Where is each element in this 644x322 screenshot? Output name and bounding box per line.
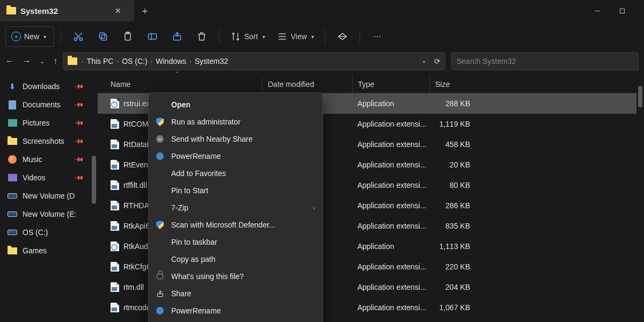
menu-item-label: Send with Nearby Share	[171, 135, 253, 143]
sort-button[interactable]: Sort ▾	[226, 26, 269, 47]
pin-icon: 📌	[74, 136, 84, 146]
sidebar-item[interactable]: Screenshots📌	[0, 132, 90, 150]
file-icon	[111, 119, 119, 129]
file-type: Application extensi...	[352, 160, 429, 169]
column-name[interactable]: Name ⌃	[111, 75, 262, 93]
sidebar-item[interactable]: Documents📌	[0, 96, 90, 114]
file-name: rtffilt.dll	[123, 181, 147, 189]
sidebar-item[interactable]: ⬇Downloads📌	[0, 77, 90, 96]
breadcrumb-seg[interactable]: OS (C:)	[122, 57, 147, 65]
menu-item-label: Share	[171, 289, 191, 298]
sidebar-item[interactable]: Pictures📌	[0, 114, 90, 132]
breadcrumb[interactable]: › This PC › OS (C:) › Windows › System32…	[63, 52, 445, 70]
copy-button[interactable]	[92, 26, 114, 47]
history-chevron-icon[interactable]: ⌄	[40, 58, 45, 65]
sidebar-item-label: Screenshots	[23, 137, 64, 145]
search-input[interactable]	[457, 57, 633, 65]
menu-item-label: Add to Favorites	[171, 169, 226, 178]
breadcrumb-seg[interactable]: System32	[195, 57, 228, 65]
column-header-row: Name ⌃ Date modified Type Size	[98, 75, 636, 93]
search-box[interactable]	[451, 52, 639, 70]
delete-button[interactable]	[191, 26, 213, 47]
content: ⬇Downloads📌Documents📌Pictures📌Screenshot…	[0, 75, 644, 322]
sidebar-item[interactable]: Games	[0, 241, 90, 260]
context-menu-item[interactable]: Pin to Start	[149, 182, 323, 199]
context-menu-item[interactable]: Share	[149, 285, 323, 302]
sidebar-icon	[8, 100, 17, 109]
chevron-right-icon: ›	[189, 58, 192, 64]
extra-button[interactable]	[332, 26, 353, 47]
column-size[interactable]: Size	[429, 75, 475, 93]
more-button[interactable]: ⋯	[367, 26, 388, 47]
new-tab-button[interactable]: ＋	[134, 4, 156, 17]
close-button[interactable]	[634, 0, 644, 21]
sidebar-icon	[8, 136, 17, 146]
scroll-thumb[interactable]	[92, 156, 96, 204]
file-size: 1,113 KB	[429, 242, 475, 251]
file-scrollbar[interactable]	[636, 75, 644, 322]
sidebar-icon	[8, 246, 17, 255]
context-menu-item[interactable]: Add to Favorites	[149, 165, 323, 182]
context-menu-item[interactable]: PowerRename	[149, 148, 323, 165]
close-tab-icon[interactable]: ✕	[113, 4, 123, 17]
context-menu-item[interactable]: 7-Zip›	[149, 199, 323, 216]
share-button[interactable]	[166, 26, 188, 47]
context-menu-item[interactable]: What's using this file?	[149, 268, 323, 285]
context-menu-item[interactable]: Pin to taskbar	[149, 233, 323, 251]
sidebar-item[interactable]: Music📌	[0, 150, 90, 169]
sidebar-item-label: Music	[23, 155, 42, 164]
file-type: Application extensi...	[352, 181, 429, 189]
context-menu-item[interactable]: Run as administrator	[149, 113, 323, 130]
forward-button[interactable]: →	[23, 56, 31, 66]
context-menu-item[interactable]: Copy as path	[149, 251, 323, 268]
file-type: Application extensi...	[352, 201, 429, 210]
breadcrumb-seg[interactable]: This PC	[87, 57, 114, 65]
rename-button[interactable]	[142, 26, 163, 47]
column-type[interactable]: Type	[352, 75, 429, 93]
file-pane: Name ⌃ Date modified Type Size rstrui.ex…	[98, 75, 636, 322]
column-date-label: Date modified	[268, 80, 314, 89]
active-tab[interactable]: System32 ✕	[0, 0, 134, 21]
context-menu-item[interactable]: Scan with Microsoft Defender...	[149, 216, 323, 233]
file-size: 204 KB	[429, 283, 475, 291]
sidebar-icon: ⬇	[8, 82, 17, 91]
sidebar-item[interactable]: OS (C:)	[0, 223, 90, 241]
context-menu-item[interactable]: PowerRename	[149, 302, 323, 319]
chevron-right-icon: ›	[82, 58, 84, 64]
refresh-button[interactable]: ⟳	[434, 57, 441, 65]
divider	[325, 30, 325, 43]
menu-item-label: Copy as path	[171, 255, 216, 264]
breadcrumb-seg[interactable]: Windows	[156, 57, 186, 65]
column-date[interactable]: Date modified	[262, 75, 352, 93]
context-menu-item[interactable]: ∞Send with Nearby Share	[149, 130, 323, 148]
up-button[interactable]: ↑	[53, 56, 57, 66]
scroll-thumb[interactable]	[638, 86, 642, 107]
file-icon	[111, 99, 119, 108]
cut-button[interactable]	[68, 26, 89, 47]
file-icon	[111, 201, 119, 210]
sidebar-item[interactable]: New Volume (E:	[0, 205, 90, 223]
view-button[interactable]: View ▾	[273, 26, 318, 47]
back-button[interactable]: ←	[5, 56, 14, 66]
menu-item-label: PowerRename	[171, 306, 221, 315]
breadcrumb-dropdown-icon[interactable]: ⌄	[421, 57, 427, 65]
sidebar-item[interactable]: New Volume (D	[0, 187, 90, 205]
menu-item-icon	[155, 151, 165, 161]
file-name: rtm.dll	[123, 283, 144, 291]
svg-rect-7	[99, 33, 105, 38]
svg-rect-10	[149, 34, 157, 39]
column-size-label: Size	[435, 80, 450, 89]
sidebar-scrollbar[interactable]	[90, 75, 98, 322]
sidebar-icon	[8, 191, 17, 201]
new-button[interactable]: + New ▾	[5, 26, 54, 47]
context-menu: OpenRun as administrator∞Send with Nearb…	[148, 92, 323, 322]
minimize-button[interactable]	[585, 0, 610, 21]
file-type: Application extensi...	[352, 140, 429, 149]
context-menu-item[interactable]: Restore previous versions	[149, 319, 323, 322]
maximize-button[interactable]	[610, 0, 634, 21]
paste-button[interactable]	[117, 26, 138, 47]
sidebar-item[interactable]: Videos📌	[0, 169, 90, 187]
context-menu-item[interactable]: Open	[149, 96, 323, 113]
pin-icon: 📌	[74, 99, 84, 109]
sort-indicator-icon: ⌃	[175, 71, 179, 76]
